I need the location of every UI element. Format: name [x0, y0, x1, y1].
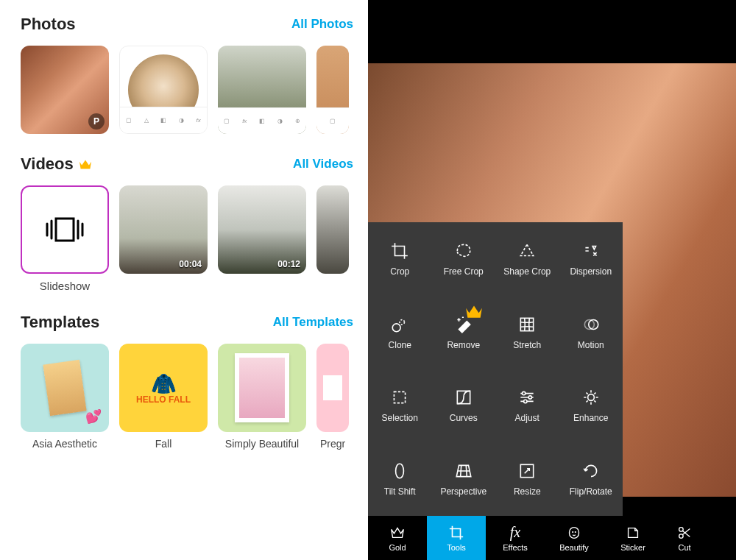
crown-icon: [464, 302, 484, 321]
nav-sticker[interactable]: Sticker: [604, 516, 662, 560]
adjust-icon: [517, 388, 537, 407]
svg-point-2: [400, 319, 405, 325]
nav-tools[interactable]: Tools: [427, 516, 486, 560]
enhance-icon: [581, 388, 601, 407]
scissors-icon: [676, 525, 693, 541]
videos-row: Slideshow 00:04 00:12: [21, 185, 368, 292]
template-item[interactable]: 💕 Asia Aesthetic: [21, 344, 109, 450]
tool-enhance[interactable]: Enhance: [559, 369, 623, 443]
video-thumb[interactable]: 00:04: [119, 185, 208, 274]
free-crop-icon: [454, 241, 473, 260]
all-videos-link[interactable]: All Videos: [293, 157, 353, 171]
template-label: Fall: [155, 438, 172, 450]
svg-point-1: [393, 324, 401, 332]
flip-rotate-icon: [581, 461, 601, 481]
face-icon: [566, 525, 582, 541]
video-duration: 00:12: [277, 259, 300, 269]
shape-crop-icon: [517, 241, 537, 260]
tool-adjust[interactable]: Adjust: [495, 369, 559, 443]
svg-rect-3: [521, 318, 534, 330]
editor-bottom-nav: Gold Tools fx Effects Beautify Sticker C…: [368, 516, 736, 560]
svg-point-11: [587, 394, 594, 401]
tool-resize[interactable]: Resize: [495, 442, 559, 516]
tool-dispersion[interactable]: Dispersion: [559, 222, 623, 296]
tools-panel: Crop Free Crop Shape Crop Dispersion Clo…: [368, 222, 623, 516]
video-thumb[interactable]: 00:12: [218, 185, 306, 274]
fx-icon: fx: [510, 524, 520, 541]
template-label: Asia Aesthetic: [32, 438, 97, 450]
nav-gold[interactable]: Gold: [368, 516, 427, 560]
photos-header: Photos All Photos: [21, 15, 368, 34]
tool-crop[interactable]: Crop: [368, 222, 432, 296]
tool-motion[interactable]: Motion: [559, 296, 623, 369]
tool-stretch[interactable]: Stretch: [495, 296, 559, 369]
motion-icon: [581, 315, 601, 334]
tool-flip-rotate[interactable]: Flip/Rotate: [559, 442, 623, 516]
selection-icon: [390, 388, 409, 407]
svg-point-9: [528, 396, 531, 399]
svg-point-15: [575, 531, 576, 532]
editor-panel: Crop Free Crop Shape Crop Dispersion Clo…: [368, 0, 736, 560]
tool-tilt-shift[interactable]: Tilt Shift: [368, 442, 432, 516]
clone-icon: [390, 315, 409, 334]
sticker-icon: [625, 525, 641, 541]
tilt-shift-icon: [390, 461, 409, 481]
svg-point-8: [523, 392, 526, 395]
svg-rect-13: [570, 527, 579, 538]
template-item[interactable]: Pregr: [316, 344, 349, 450]
svg-point-14: [573, 531, 573, 532]
video-slideshow[interactable]: [21, 185, 109, 274]
svg-rect-6: [394, 392, 406, 403]
videos-title: Videos: [21, 155, 93, 174]
nav-cutout[interactable]: Cut: [662, 516, 707, 560]
templates-header: Templates All Templates: [21, 313, 368, 332]
photo-edit-badge: ▢△◧◑fx: [120, 107, 207, 133]
templates-title: Templates: [21, 313, 99, 332]
slideshow-icon: [43, 208, 87, 252]
tool-remove[interactable]: Remove: [432, 296, 496, 369]
crop-icon: [448, 525, 464, 541]
tool-selection[interactable]: Selection: [368, 369, 432, 443]
templates-row: 💕 Asia Aesthetic 🧥 HELLO FALL Fall Simpl…: [21, 344, 368, 450]
gallery-panel: Photos All Photos P ▢△◧◑fx ▢fx◧◑⊕ ▢ Vide…: [0, 0, 368, 560]
crown-icon: [78, 158, 93, 170]
photo-thumb[interactable]: ▢fx◧◑⊕: [218, 46, 306, 134]
photos-row: P ▢△◧◑fx ▢fx◧◑⊕ ▢: [21, 46, 368, 134]
videos-header: Videos All Videos: [21, 155, 368, 174]
tool-free-crop[interactable]: Free Crop: [432, 222, 496, 296]
picsart-badge-icon: P: [88, 113, 105, 130]
tool-curves[interactable]: Curves: [432, 369, 496, 443]
template-label: Pregr: [316, 438, 349, 450]
photo-edit-badge: ▢: [316, 107, 349, 134]
perspective-icon: [454, 461, 473, 481]
all-photos-link[interactable]: All Photos: [291, 17, 353, 32]
photo-thumb[interactable]: P: [21, 46, 109, 134]
video-label: Slideshow: [21, 280, 109, 292]
photos-title: Photos: [21, 15, 76, 34]
template-item[interactable]: 🧥 HELLO FALL Fall: [119, 344, 208, 450]
template-item[interactable]: Simply Beautiful: [218, 344, 306, 450]
tool-clone[interactable]: Clone: [368, 296, 432, 369]
photo-thumb[interactable]: ▢: [316, 46, 349, 134]
template-label: Simply Beautiful: [225, 438, 299, 450]
video-duration: 00:04: [179, 259, 202, 269]
tool-shape-crop[interactable]: Shape Crop: [495, 222, 559, 296]
tool-perspective[interactable]: Perspective: [432, 442, 496, 516]
dispersion-icon: [581, 241, 601, 260]
crown-icon: [389, 525, 406, 541]
curves-icon: [454, 388, 473, 407]
crop-icon: [390, 241, 409, 260]
stretch-icon: [517, 315, 537, 334]
resize-icon: [517, 461, 537, 481]
photo-thumb[interactable]: ▢△◧◑fx: [119, 46, 208, 134]
all-templates-link[interactable]: All Templates: [273, 315, 353, 330]
svg-rect-0: [56, 219, 74, 241]
svg-point-10: [524, 400, 527, 403]
nav-beautify[interactable]: Beautify: [545, 516, 604, 560]
photo-edit-badge: ▢fx◧◑⊕: [218, 107, 306, 134]
video-thumb[interactable]: [316, 185, 349, 274]
nav-effects[interactable]: fx Effects: [486, 516, 545, 560]
